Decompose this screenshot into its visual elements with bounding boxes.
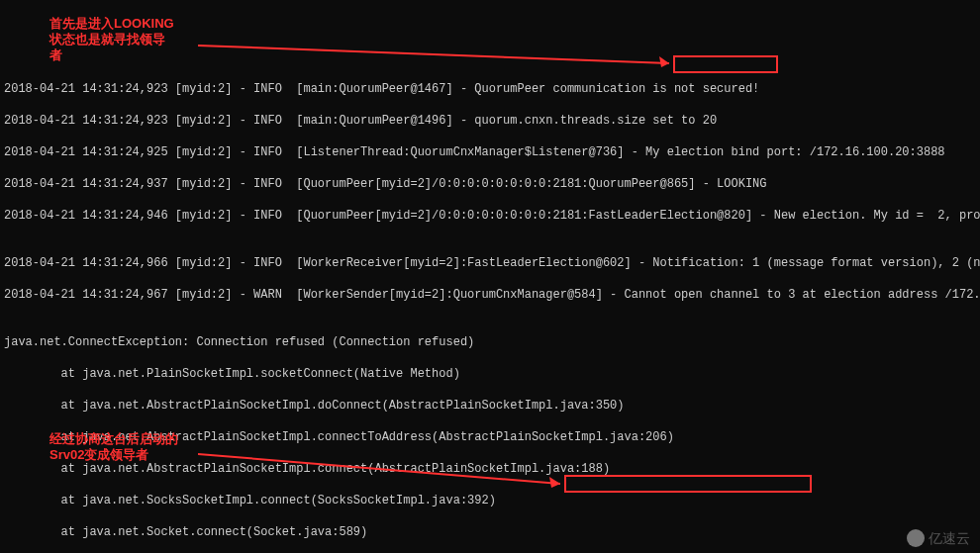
log-line: 2018-04-21 14:31:24,923 [myid:2] - INFO … — [4, 113, 976, 129]
log-line: 2018-04-21 14:31:24,966 [myid:2] - INFO … — [4, 255, 976, 271]
annotation-text: 者 — [49, 47, 62, 62]
log-line: at java.net.SocksSocketImpl.connect(Sock… — [4, 493, 976, 508]
terminal-log: 2018-04-21 14:31:24,923 [myid:2] - INFO … — [0, 63, 980, 553]
log-line: at java.net.AbstractPlainSocketImpl.doCo… — [4, 398, 976, 414]
annotation-text: 经过协商这台后启动的 — [49, 431, 178, 446]
logo-icon — [907, 529, 925, 547]
log-line: 2018-04-21 14:31:24,946 [myid:2] - INFO … — [4, 208, 976, 224]
log-line: 2018-04-21 14:31:24,923 [myid:2] - INFO … — [4, 81, 976, 97]
watermark: 亿速云 — [907, 529, 970, 547]
annotation-text: 首先是进入LOOKING — [49, 16, 174, 31]
annotation-text: 状态也是就寻找领导 — [49, 32, 165, 46]
annotation-looking: 首先是进入LOOKING 状态也是就寻找领导 者 — [49, 16, 208, 63]
log-line: at java.net.PlainSocketImpl.socketConnec… — [4, 366, 976, 382]
svg-line-0 — [198, 46, 669, 63]
log-line: at java.net.AbstractPlainSocketImpl.conn… — [4, 461, 976, 477]
log-line: 2018-04-21 14:31:24,967 [myid:2] - WARN … — [4, 287, 976, 303]
log-line: 2018-04-21 14:31:24,925 [myid:2] - INFO … — [4, 144, 976, 160]
log-line: 2018-04-21 14:31:24,937 [myid:2] - INFO … — [4, 176, 976, 192]
annotation-text: Srv02变成领导者 — [49, 447, 148, 462]
annotation-leading: 经过协商这台后启动的 Srv02变成领导者 — [49, 431, 208, 463]
log-line: at java.net.Socket.connect(Socket.java:5… — [4, 524, 976, 540]
log-line: java.net.ConnectException: Connection re… — [4, 334, 976, 350]
watermark-text: 亿速云 — [929, 530, 970, 546]
